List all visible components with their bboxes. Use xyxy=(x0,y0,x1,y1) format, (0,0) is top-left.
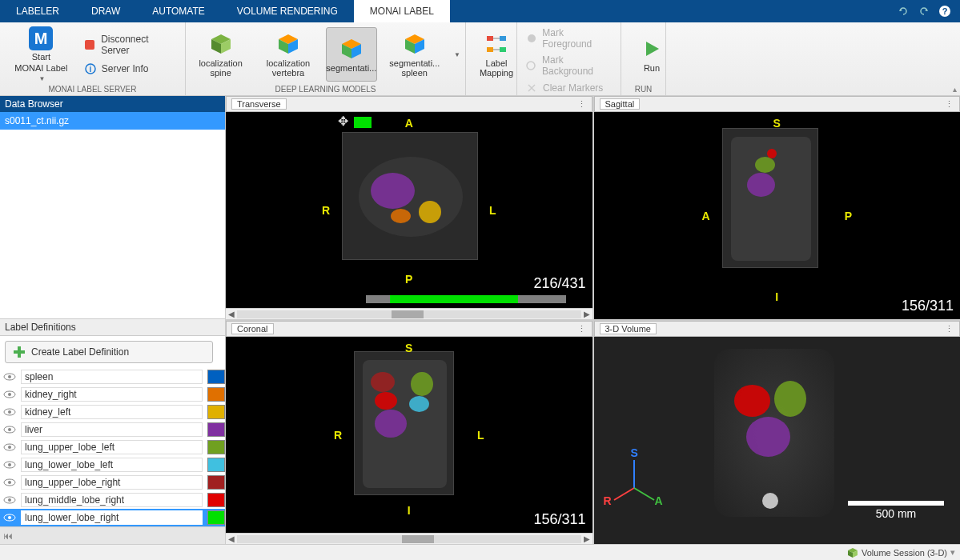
create-label-button[interactable]: Create Label Definition xyxy=(5,341,213,363)
svg-point-30 xyxy=(8,498,11,502)
svg-rect-4 xyxy=(85,40,94,50)
label-name[interactable]: lung_lower_lobe_left xyxy=(21,458,203,472)
cube-icon xyxy=(275,31,301,57)
viewport-menu-icon[interactable]: ⋮ xyxy=(945,324,954,334)
label-name[interactable]: liver xyxy=(21,422,203,437)
visibility-icon[interactable] xyxy=(3,511,16,524)
models-dropdown[interactable]: ▼ xyxy=(452,51,460,58)
label-color-swatch[interactable] xyxy=(207,493,225,507)
label-list: spleenkidney_rightkidney_leftliverlung_u… xyxy=(0,368,225,526)
start-monai-button[interactable]: M Start MONAI Label ▼ xyxy=(5,27,78,82)
label-row[interactable]: lung_lower_lobe_left xyxy=(0,456,225,474)
svg-point-18 xyxy=(8,393,11,396)
mapping-group-label xyxy=(471,83,512,94)
label-color-swatch[interactable] xyxy=(207,387,225,402)
tab-labeler[interactable]: LABELER xyxy=(0,0,75,22)
label-name[interactable]: lung_upper_lobe_right xyxy=(21,475,203,490)
label-row[interactable]: kidney_left xyxy=(0,403,225,421)
data-item[interactable]: s0011_ct.nii.gz xyxy=(0,112,225,130)
visibility-icon[interactable] xyxy=(3,458,16,471)
label-name[interactable]: spleen xyxy=(21,370,203,384)
mark-foreground-button: Mark Foreground xyxy=(522,26,616,51)
clear-markers-button: Clear Markers xyxy=(522,80,606,96)
label-name[interactable]: lung_lower_lobe_right xyxy=(21,510,203,525)
model-segmentation[interactable]: segmentati... xyxy=(326,27,377,82)
viewport-canvas[interactable]: S I R L 156/311 xyxy=(226,337,592,533)
visibility-icon[interactable] xyxy=(3,494,16,506)
scroll-left-icon[interactable]: ◀ xyxy=(226,534,237,543)
visibility-icon[interactable] xyxy=(3,406,16,418)
viewport-canvas[interactable]: A P R L 216/431 ✥ xyxy=(226,112,592,308)
viewport-canvas[interactable]: S I A P 156/311 xyxy=(594,112,961,319)
model-segmentation-spleen[interactable]: segmentati... spleen xyxy=(380,27,449,82)
label-color-swatch[interactable] xyxy=(207,510,225,525)
viewport-scrollbar[interactable]: ◀▶ xyxy=(226,533,592,544)
visibility-icon[interactable] xyxy=(3,388,16,401)
label-row[interactable]: lung_lower_lobe_right xyxy=(0,509,225,526)
label-mapping-button[interactable]: Label Mapping xyxy=(471,27,522,82)
label-color-swatch[interactable] xyxy=(207,440,225,454)
viewport-canvas[interactable]: S R A 500 mm xyxy=(594,337,961,544)
label-row[interactable]: lung_upper_lobe_left xyxy=(0,438,225,456)
label-name[interactable]: lung_middle_lobe_right xyxy=(21,493,203,507)
label-row[interactable]: spleen xyxy=(0,368,225,386)
cube-icon xyxy=(339,36,364,62)
disconnect-server-button[interactable]: Disconnect Server xyxy=(81,32,180,58)
label-row[interactable]: lung_middle_lobe_right xyxy=(0,491,225,509)
svg-point-26 xyxy=(8,463,11,466)
visibility-icon[interactable] xyxy=(3,423,16,436)
data-browser-empty xyxy=(0,130,225,318)
label-color-swatch[interactable] xyxy=(207,370,225,384)
svg-point-20 xyxy=(8,410,11,414)
label-row[interactable]: lung_upper_lobe_right xyxy=(0,474,225,491)
svg-point-11 xyxy=(528,34,536,42)
svg-point-22 xyxy=(8,428,11,431)
plus-icon xyxy=(12,345,26,359)
nav-first-icon[interactable]: ⏮ xyxy=(3,530,13,542)
tab-monai-label[interactable]: MONAI LABEL xyxy=(354,0,450,22)
tab-draw[interactable]: DRAW xyxy=(75,0,136,22)
tab-volume-rendering[interactable]: VOLUME RENDERING xyxy=(221,0,354,22)
label-name[interactable]: kidney_right xyxy=(21,387,203,402)
session-dropdown-icon[interactable]: ▾ xyxy=(950,547,955,558)
disconnect-icon xyxy=(84,38,96,51)
ribbon-collapse-icon[interactable]: ▴ xyxy=(953,85,957,94)
slice-counter: 156/311 xyxy=(902,298,954,314)
svg-rect-9 xyxy=(487,47,493,52)
visibility-icon[interactable] xyxy=(3,441,16,454)
viewport-scrollbar[interactable]: ◀▶ xyxy=(226,308,592,319)
viewport-menu-icon[interactable]: ⋮ xyxy=(945,99,954,110)
orient-label: L xyxy=(489,204,496,217)
label-name[interactable]: lung_upper_lobe_left xyxy=(21,440,203,454)
visibility-icon[interactable] xyxy=(3,476,16,489)
svg-point-12 xyxy=(527,62,535,70)
server-info-button[interactable]: i Server Info xyxy=(81,61,180,77)
left-nav-bar: ⏮ xyxy=(0,526,225,544)
scroll-right-icon[interactable]: ▶ xyxy=(581,310,592,318)
label-color-swatch[interactable] xyxy=(207,422,225,437)
label-row[interactable]: kidney_right xyxy=(0,386,225,403)
svg-text:?: ? xyxy=(942,6,948,16)
label-color-swatch[interactable] xyxy=(207,458,225,472)
undo-icon[interactable] xyxy=(896,4,910,18)
scroll-left-icon[interactable]: ◀ xyxy=(226,310,237,318)
viewport-menu-icon[interactable]: ⋮ xyxy=(577,324,587,334)
chevron-down-icon: ▼ xyxy=(38,75,45,82)
ribbon: M Start MONAI Label ▼ Disconnect Server … xyxy=(0,22,960,96)
label-color-swatch[interactable] xyxy=(207,405,225,419)
viewport-3d: 3-D Volume⋮ S xyxy=(594,321,961,544)
label-row[interactable]: liver xyxy=(0,421,225,438)
orient-label: L xyxy=(477,429,484,442)
model-localization-vertebra[interactable]: localization vertebra xyxy=(254,27,323,82)
redo-icon[interactable] xyxy=(917,4,931,18)
scroll-right-icon[interactable]: ▶ xyxy=(581,534,592,543)
label-color-swatch[interactable] xyxy=(207,475,225,490)
viewport-menu-icon[interactable]: ⋮ xyxy=(577,99,587,110)
label-name[interactable]: kidney_left xyxy=(21,405,203,419)
data-browser-list[interactable]: s0011_ct.nii.gz xyxy=(0,112,225,130)
help-icon[interactable]: ? xyxy=(938,4,952,18)
tab-automate[interactable]: AUTOMATE xyxy=(136,0,221,22)
volume-render xyxy=(714,349,834,517)
visibility-icon[interactable] xyxy=(3,370,16,383)
model-localization-spine[interactable]: localization spine xyxy=(191,27,251,82)
